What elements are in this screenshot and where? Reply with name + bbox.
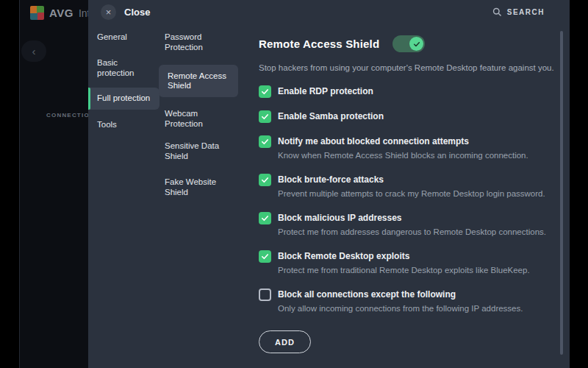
back-button[interactable]: ‹: [21, 40, 46, 62]
sidebar-primary-item-label: Full protection: [97, 93, 150, 104]
checkbox[interactable]: [259, 85, 271, 98]
close-label: Close: [124, 7, 150, 18]
avg-logo-icon: [30, 6, 44, 20]
setting-row: Block Remote Desktop exploits Protect me…: [259, 250, 553, 276]
page-subtitle: Stop hackers from using your computer's …: [259, 63, 554, 72]
scrollbar[interactable]: [560, 31, 563, 355]
setting-row: Block all connections except the followi…: [259, 289, 553, 314]
setting-label: Block all connections except the followi…: [278, 289, 523, 301]
setting-text: Block brute-force attacks Prevent multip…: [278, 174, 545, 199]
sidebar-secondary-item[interactable]: Remote Access Shield: [159, 65, 238, 97]
setting-label: Block malicious IP addresses: [278, 212, 546, 224]
app-brand: AVG Inte: [30, 6, 96, 20]
search-button[interactable]: SEARCH: [492, 7, 545, 17]
setting-description: Only allow incoming connections from the…: [278, 303, 523, 314]
sidebar-primary-item-label: General: [97, 32, 154, 43]
add-button[interactable]: ADD: [259, 330, 311, 353]
setting-description: Protect me from traditional Remote Deskt…: [278, 265, 530, 276]
setting-row: Enable RDP protection: [259, 85, 553, 98]
sidebar-secondary-item-label: Sensitive Data Shield: [165, 141, 232, 161]
checkbox[interactable]: [259, 250, 271, 263]
checkbox[interactable]: [259, 174, 271, 186]
setting-row: Notify me about blocked connection attem…: [259, 135, 553, 161]
sidebar-secondary-item[interactable]: Password Protection: [159, 32, 238, 52]
sidebar-primary-item[interactable]: General: [88, 32, 159, 43]
sidebar-secondary-item[interactable]: Fake Website Shield: [159, 177, 238, 197]
checkbox[interactable]: [259, 289, 271, 301]
setting-text: Block all connections except the followi…: [278, 289, 523, 314]
check-icon: [261, 113, 269, 121]
sidebar-secondary-item[interactable]: Sensitive Data Shield: [159, 141, 238, 161]
setting-row: Block brute-force attacks Prevent multip…: [259, 174, 553, 199]
toggle-knob: [409, 37, 423, 51]
close-icon[interactable]: ×: [101, 4, 116, 20]
sidebar-primary-item-label: Tools: [97, 120, 154, 130]
check-icon: [261, 214, 269, 222]
checkbox[interactable]: [259, 212, 271, 224]
check-icon: [261, 252, 269, 261]
sidebar-primary-item[interactable]: Tools: [88, 120, 159, 130]
brand-name: AVG: [49, 7, 74, 19]
search-label: SEARCH: [507, 8, 545, 16]
setting-text: Enable Samba protection: [278, 110, 384, 123]
setting-text: Enable RDP protection: [278, 85, 373, 98]
setting-description: Prevent multiple attempts to crack my Re…: [278, 188, 545, 199]
setting-row: Enable Samba protection: [259, 110, 553, 123]
setting-label: Enable RDP protection: [278, 85, 373, 98]
page-title: Remote Access Shield: [259, 38, 379, 50]
sidebar-primary-item-label: Basic protection: [97, 58, 154, 78]
settings-panel: × Close SEARCH General Basic protection …: [88, 0, 570, 368]
setting-description: Protect me from addresses dangerous to R…: [278, 227, 546, 238]
check-icon: [261, 138, 269, 146]
setting-description: Know when Remote Access Shield blocks an…: [278, 150, 528, 161]
check-icon: [261, 88, 269, 96]
chevron-left-icon: ‹: [32, 46, 36, 57]
remote-access-shield-toggle[interactable]: [392, 35, 425, 52]
title-row: Remote Access Shield: [259, 35, 425, 52]
setting-text: Block malicious IP addresses Protect me …: [278, 212, 546, 238]
sidebar-secondary-item-label: Fake Website Shield: [165, 177, 232, 197]
checkbox[interactable]: [259, 135, 271, 148]
setting-row: Block malicious IP addresses Protect me …: [259, 212, 553, 238]
setting-text: Notify me about blocked connection attem…: [278, 135, 528, 161]
setting-label: Block Remote Desktop exploits: [278, 250, 530, 263]
setting-label: Block brute-force attacks: [278, 174, 545, 186]
close-button[interactable]: × Close: [101, 4, 150, 20]
setting-text: Block Remote Desktop exploits Protect me…: [278, 250, 530, 276]
checkbox[interactable]: [259, 110, 271, 123]
sidebar-secondary-item-label: Remote Access Shield: [168, 71, 235, 91]
sidebar-secondary-item-label: Password Protection: [165, 32, 232, 52]
check-icon: [413, 40, 420, 48]
sidebar-secondary-item-label: Webcam Protection: [165, 109, 232, 129]
setting-label: Enable Samba protection: [278, 110, 384, 123]
setting-label: Notify me about blocked connection attem…: [278, 135, 528, 148]
check-icon: [261, 176, 269, 184]
sidebar-primary-item[interactable]: Full protection: [88, 88, 159, 110]
search-icon: [492, 7, 502, 17]
sidebar-secondary-item[interactable]: Webcam Protection: [159, 109, 238, 129]
settings-list: Enable RDP protection Enable Samba prote…: [259, 85, 553, 314]
sidebar-primary-item[interactable]: Basic protection: [88, 58, 159, 78]
